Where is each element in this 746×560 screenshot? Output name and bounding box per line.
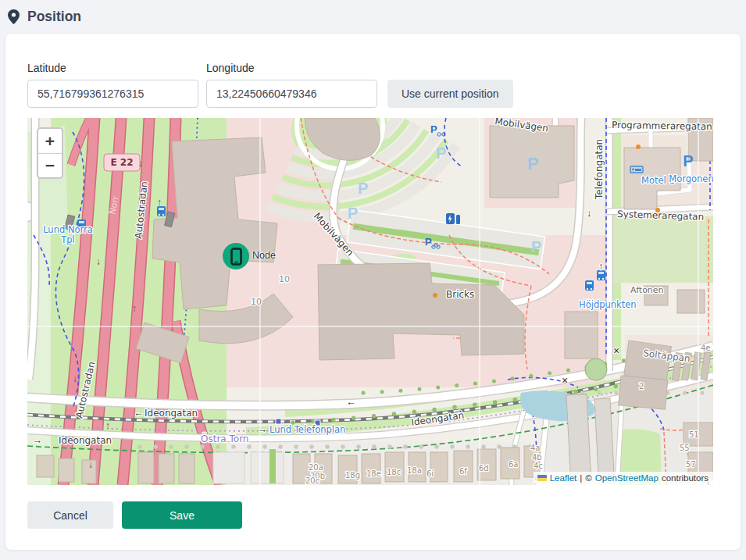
- poi-dot: [636, 144, 641, 149]
- street-label-ideongatan: Ideongatan: [145, 408, 198, 419]
- parking-icon: P: [683, 152, 693, 169]
- oneway-arrow-icon: →: [32, 434, 42, 446]
- house-number: 4e: [701, 344, 711, 352]
- place-label-ostra-torn: Östra Torn: [201, 432, 248, 444]
- oneway-arrow-icon: ↑: [105, 420, 110, 431]
- map[interactable]: E 22 Norr Autostradan Autostradan Mobilv…: [27, 118, 713, 485]
- longitude-input[interactable]: [206, 80, 377, 108]
- oneway-arrow-icon: ←: [346, 396, 356, 408]
- house-number: 18g: [345, 471, 360, 480]
- house-number: 18a: [407, 466, 422, 475]
- house-number: 2: [639, 382, 644, 391]
- longitude-label: Longitude: [206, 62, 377, 74]
- house-number: 10: [279, 274, 290, 284]
- parking-icon: P: [531, 238, 541, 255]
- latitude-input[interactable]: [27, 80, 198, 108]
- house-number: 6a: [509, 460, 519, 469]
- oneway-arrow-icon: ↓: [73, 373, 77, 384]
- smartphone-icon: [230, 248, 242, 266]
- house-number: 57: [686, 460, 696, 469]
- oneway-arrow-icon: →: [453, 404, 463, 416]
- oneway-arrow-icon: ↑: [132, 303, 137, 314]
- node-marker-label: Node: [252, 250, 276, 261]
- house-number: 20c: [305, 476, 319, 485]
- place-label-aftonen: Aftonen: [630, 285, 664, 295]
- house-number: 18e: [366, 469, 381, 478]
- place-label-morgonen: Morgonen: [669, 173, 713, 184]
- svg-text:P: P: [430, 123, 437, 135]
- latitude-field: Latitude: [27, 62, 198, 108]
- zoom-in-button[interactable]: +: [38, 129, 62, 153]
- attribution-contributors: contributors: [662, 473, 709, 483]
- oneway-arrow-icon: ↓: [587, 207, 592, 219]
- map-tiles: E 22 Norr Autostradan Autostradan Mobilv…: [27, 118, 713, 485]
- house-number: 18c: [387, 468, 401, 476]
- place-label-lund-norra: Lund Norra: [43, 224, 93, 235]
- rail-crossing-icon: ×: [613, 344, 619, 357]
- house-number: 20a: [309, 463, 323, 472]
- map-zoom-control: + −: [37, 127, 63, 179]
- house-number: 55: [680, 444, 690, 452]
- ukraine-flag-icon: [537, 475, 547, 481]
- page-title: Position: [27, 9, 81, 25]
- house-number: 4c: [534, 462, 543, 470]
- save-button[interactable]: Save: [122, 501, 242, 529]
- leaflet-link[interactable]: Leaflet: [550, 473, 577, 483]
- zoom-out-button[interactable]: −: [38, 153, 62, 177]
- use-current-position-button[interactable]: Use current position: [387, 80, 513, 108]
- oneway-arrow-icon: ↓: [138, 158, 143, 169]
- house-number: 6i: [427, 469, 434, 478]
- place-label-lund-norra-tpl: Tpl: [60, 234, 75, 245]
- parking-icon: P: [436, 144, 446, 162]
- oneway-arrow-icon: ↑: [598, 260, 604, 272]
- place-label-hojdpunkten: Höjdpunkten: [579, 299, 637, 310]
- house-number: 51: [689, 430, 699, 439]
- map-pin-icon: [8, 9, 20, 24]
- cancel-button[interactable]: Cancel: [27, 501, 113, 529]
- parking-garage-icon: P: [527, 154, 539, 173]
- street-label-telefongatan: Telefongatan: [594, 139, 605, 200]
- place-label-lund-telefonplan: Lund Telefonplan: [269, 424, 345, 435]
- street-label-ideongatan: Ideongatan: [59, 435, 112, 446]
- place-label-bricks: Bricks: [446, 289, 474, 300]
- copyright-symbol: ©: [585, 473, 591, 483]
- house-number: 4a: [530, 444, 541, 452]
- attribution-separator: |: [580, 473, 582, 483]
- house-number: 6f: [459, 467, 467, 476]
- node-marker[interactable]: [223, 243, 249, 269]
- house-number: 10: [251, 297, 262, 307]
- parking-icon: P: [348, 205, 358, 222]
- oneway-arrow-icon: ↓: [96, 256, 101, 267]
- rail-crossing-icon: ×: [562, 374, 568, 387]
- house-number: 6d: [479, 464, 489, 473]
- page-header: Position: [0, 0, 746, 33]
- oneway-arrow-icon: →: [257, 423, 267, 435]
- charging-station-icon: [446, 213, 460, 224]
- house-number: 4b: [532, 453, 542, 462]
- parking-icon: P: [358, 180, 368, 197]
- poi-dot: [433, 293, 437, 298]
- oneway-arrow-icon: ↓: [88, 459, 93, 470]
- oneway-arrow-icon: ↑: [157, 197, 162, 208]
- latitude-label: Latitude: [27, 62, 198, 74]
- position-card: Latitude Longitude Use current position: [5, 33, 741, 551]
- openstreetmap-link[interactable]: OpenStreetMap: [595, 473, 659, 483]
- street-label-programmeraregatan: Programmeraregatan: [612, 119, 712, 132]
- oneway-arrow-icon: ←: [134, 407, 144, 419]
- street-label-e22: E 22: [110, 157, 133, 168]
- svg-text:P: P: [425, 236, 432, 248]
- map-attribution: Leaflet | © OpenStreetMap contributors: [534, 472, 713, 485]
- longitude-field: Longitude: [206, 62, 377, 108]
